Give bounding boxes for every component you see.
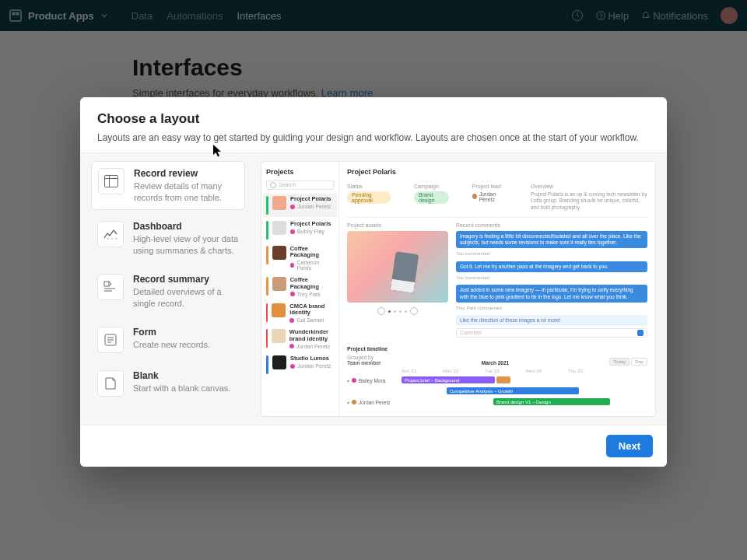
layout-options: Record review Review details of many rec… bbox=[91, 161, 245, 417]
timeline-bar[interactable]: Project brief – Background bbox=[402, 376, 495, 383]
comment: Trey Park commented bbox=[456, 305, 647, 313]
layout-option-blank[interactable]: Blank Start with a blank canvas. bbox=[91, 364, 245, 403]
preview-search-input[interactable]: Search bbox=[266, 180, 334, 190]
layout-record-review-icon bbox=[98, 168, 124, 194]
comment-input[interactable]: Comment bbox=[456, 328, 647, 338]
timeline-bar[interactable]: Brand design V1 – Design bbox=[493, 398, 610, 405]
asset-carousel bbox=[347, 307, 448, 315]
layout-blank-icon bbox=[97, 370, 124, 397]
svg-rect-6 bbox=[105, 175, 118, 187]
carousel-dot[interactable] bbox=[388, 310, 391, 313]
carousel-dot[interactable] bbox=[394, 310, 396, 313]
preview-list-item[interactable]: Studio LumosJordan Peretz bbox=[266, 355, 334, 374]
preview-detail-title: Project Polaris bbox=[347, 168, 647, 176]
timeline-day-button[interactable]: Day bbox=[631, 358, 647, 366]
asset-image[interactable] bbox=[347, 231, 448, 303]
layout-option-record-summary[interactable]: Record summary Detailed overviews of a s… bbox=[91, 268, 245, 316]
comment: You commented bbox=[456, 275, 647, 283]
timeline-row: Jordan PeretzBrand design V1 – Design bbox=[347, 397, 647, 408]
layout-dashboard-icon bbox=[97, 221, 124, 247]
layout-option-form[interactable]: Form Create new records. bbox=[91, 320, 245, 359]
comment: Got it. Let me try another pass at the i… bbox=[456, 261, 647, 272]
carousel-prev[interactable] bbox=[377, 307, 385, 315]
preview-list-item[interactable]: Project PolarisJordan Peretz bbox=[263, 194, 337, 217]
layout-record-summary-icon bbox=[97, 274, 124, 300]
choose-layout-modal: Choose a layout Layouts are an easy way … bbox=[80, 97, 667, 467]
comment: Just added in some new imagery — in part… bbox=[456, 285, 647, 302]
timeline-row: Bailey MoraProject brief – Background bbox=[347, 375, 647, 386]
campaign-badge: Brand design bbox=[414, 191, 449, 204]
project-overview: Project Polaris is an up & coming tech n… bbox=[531, 191, 647, 211]
next-button[interactable]: Next bbox=[606, 435, 653, 457]
svg-point-10 bbox=[111, 239, 112, 240]
svg-rect-12 bbox=[104, 282, 109, 286]
modal-title: Choose a layout bbox=[97, 111, 650, 127]
svg-point-9 bbox=[107, 239, 108, 240]
opt-title: Record review bbox=[134, 168, 238, 179]
status-badge: Pending approval bbox=[347, 191, 391, 204]
carousel-next[interactable] bbox=[410, 307, 418, 315]
project-lead: Jordan Peretz bbox=[472, 191, 507, 202]
preview-list-item[interactable]: Wunderkinder brand identityJordan Peretz bbox=[266, 329, 334, 349]
opt-desc: Review details of many records from one … bbox=[134, 180, 238, 204]
preview-record-list: Projects Search Project PolarisJordan Pe… bbox=[261, 162, 339, 416]
comment: Like the direction of these images a lot… bbox=[456, 315, 647, 326]
preview-list-item[interactable]: CMCA brand identityGal Samari bbox=[266, 303, 334, 324]
preview-list-item[interactable]: Project PolarisBobby Flay bbox=[266, 221, 334, 240]
preview-list-item[interactable]: Coffee PackagingCameron Fields bbox=[266, 246, 334, 271]
comment: Imagery is feeling a little bit disconne… bbox=[456, 231, 647, 248]
carousel-dot[interactable] bbox=[405, 310, 407, 313]
preview-record-detail: Project Polaris Status Pending approval … bbox=[339, 162, 655, 416]
layout-form-icon bbox=[97, 327, 124, 353]
timeline-row: Competitive Analysis – Growth bbox=[347, 386, 647, 397]
timeline-bar[interactable] bbox=[496, 376, 510, 383]
timeline-today-button[interactable]: Today bbox=[609, 358, 630, 366]
send-icon[interactable] bbox=[637, 330, 644, 336]
preview-list-item[interactable]: Coffee PackagingTrey Park bbox=[266, 277, 334, 297]
preview-list-title: Projects bbox=[266, 168, 334, 176]
carousel-dot[interactable] bbox=[399, 310, 402, 313]
svg-point-11 bbox=[115, 239, 116, 240]
timeline-bar[interactable]: Competitive Analysis – Growth bbox=[447, 387, 579, 394]
modal-subtitle: Layouts are an easy way to get started b… bbox=[97, 131, 650, 145]
layout-option-dashboard[interactable]: Dashboard High-level view of your data u… bbox=[91, 215, 245, 263]
comment: You commented bbox=[456, 250, 647, 259]
project-timeline: Project timeline Grouped by Team member … bbox=[347, 346, 647, 408]
layout-option-record-review[interactable]: Record review Review details of many rec… bbox=[91, 161, 245, 211]
layout-preview: Projects Search Project PolarisJordan Pe… bbox=[261, 161, 656, 417]
